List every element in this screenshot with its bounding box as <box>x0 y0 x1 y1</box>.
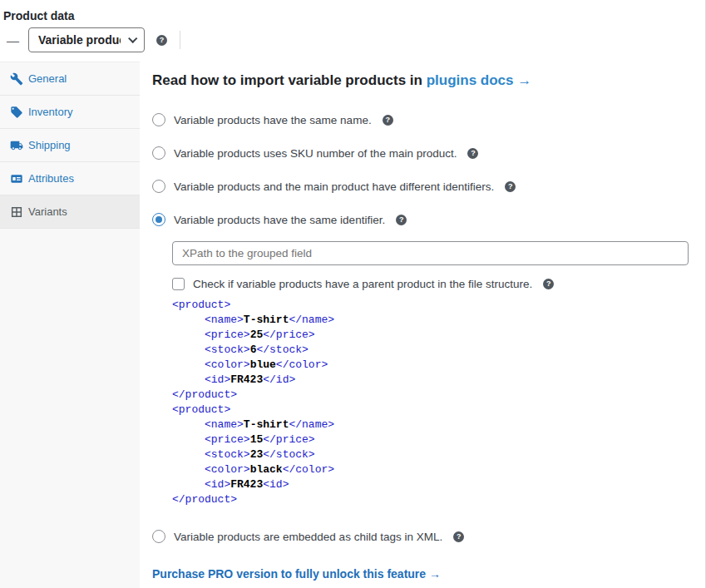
radio-same-name[interactable] <box>152 113 165 126</box>
help-icon[interactable]: ? <box>383 115 393 126</box>
xml-code: <product> <name>T-shirt</name> <price>25… <box>172 298 689 507</box>
page-title: Product data <box>3 9 706 22</box>
help-icon[interactable]: ? <box>156 35 167 46</box>
radio-row-sku-main: Variable products uses SKU number of the… <box>152 146 689 160</box>
dash-label: — <box>7 33 22 47</box>
radio-sku-main[interactable] <box>152 146 165 160</box>
sidebar-item-label: Variants <box>28 205 67 218</box>
radio-row-child-tags: Variable products are embedded as child … <box>152 530 689 543</box>
grid-icon <box>10 205 23 219</box>
parent-product-check-row: Check if variable products have a parent… <box>172 277 689 290</box>
product-type-row: — Variable product ? <box>0 27 706 52</box>
radio-label[interactable]: Variable products have the same name. <box>174 114 372 126</box>
product-type-select-wrap: Variable product <box>28 27 145 52</box>
sidebar-item-attributes[interactable]: Attributes <box>0 162 140 195</box>
tag-icon <box>10 106 23 119</box>
card-icon <box>10 172 23 185</box>
variants-panel: Read how to import variable products in … <box>140 62 706 588</box>
radio-same-identifier[interactable] <box>152 213 165 226</box>
xpath-input[interactable] <box>172 241 689 265</box>
product-type-select[interactable]: Variable product <box>28 27 145 52</box>
panel-heading-text: Read how to import variable products in <box>152 72 427 88</box>
purchase-pro-link[interactable]: Purchase PRO version to fully unlock thi… <box>152 567 441 581</box>
plugins-docs-link[interactable]: plugins docs → <box>427 72 532 88</box>
help-icon[interactable]: ? <box>505 181 516 192</box>
sidebar-item-label: Inventory <box>28 106 72 118</box>
metabox-body: General Inventory Shipping Attributes <box>0 62 706 588</box>
checkbox-label[interactable]: Check if variable products have a parent… <box>193 278 532 290</box>
radio-child-tags[interactable] <box>152 530 165 543</box>
wrench-icon <box>10 72 23 86</box>
radio-row-different-ids: Variable products and the main product h… <box>152 180 689 193</box>
radio-label[interactable]: Variable products uses SKU number of the… <box>174 147 457 160</box>
vertical-divider <box>180 31 180 49</box>
sidebar-item-general[interactable]: General <box>0 62 140 96</box>
radio-label[interactable]: Variable products have the same identifi… <box>174 214 385 226</box>
help-icon[interactable]: ? <box>467 148 478 159</box>
help-icon[interactable]: ? <box>453 531 464 542</box>
help-icon[interactable]: ? <box>396 215 407 225</box>
radio-different-ids[interactable] <box>152 180 165 193</box>
sidebar-item-label: General <box>28 72 67 85</box>
radio-row-same-name: Variable products have the same name. ? <box>152 113 689 126</box>
sidebar-item-label: Attributes <box>28 172 74 185</box>
radio-label[interactable]: Variable products and the main product h… <box>174 180 494 193</box>
metabox-header: Product data — Variable product ? <box>0 0 706 62</box>
sidebar-item-variants[interactable]: Variants <box>0 195 140 229</box>
radio-row-same-identifier: Variable products have the same identifi… <box>152 213 689 226</box>
product-data-metabox: Product data — Variable product ? Genera… <box>0 0 706 588</box>
sidebar-item-inventory[interactable]: Inventory <box>0 96 140 129</box>
parent-product-checkbox[interactable] <box>172 278 185 290</box>
truck-icon <box>10 139 23 152</box>
help-icon[interactable]: ? <box>543 279 554 289</box>
radio-label[interactable]: Variable products are embedded as child … <box>174 531 442 543</box>
product-data-tabs: General Inventory Shipping Attributes <box>0 62 140 588</box>
sidebar-item-shipping[interactable]: Shipping <box>0 129 140 162</box>
sidebar-item-label: Shipping <box>28 139 71 151</box>
panel-heading: Read how to import variable products in … <box>152 72 689 90</box>
